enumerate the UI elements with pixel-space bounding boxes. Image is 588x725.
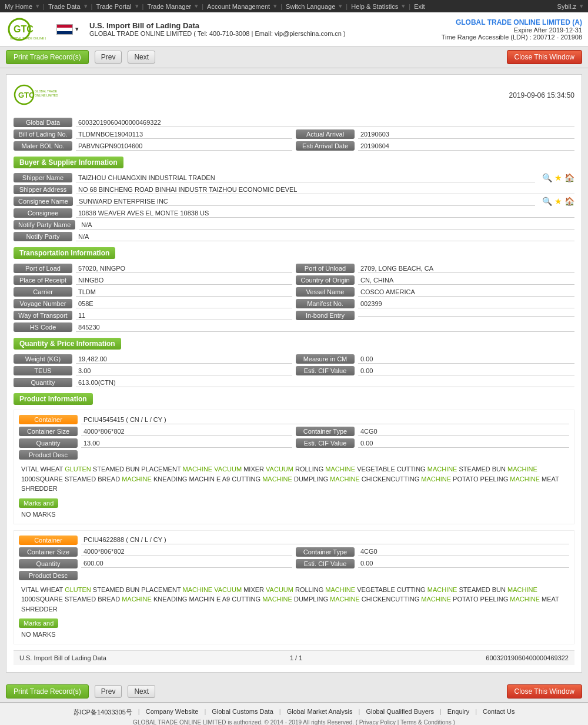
footer-market-analysis[interactable]: Global Market Analysis xyxy=(287,708,353,717)
nav-accountmgmt[interactable]: Account Management xyxy=(207,3,270,10)
shipper-name-row: Shipper Name TAIZHOU CHUANGXIN INDUSTRIA… xyxy=(14,173,574,182)
measure-label: Measure in CM xyxy=(296,354,355,364)
port-unload-value: 2709, LONG BEACH, CA xyxy=(358,264,574,273)
record-logo: GTC GLOBAL TRADE ONLINE LIMITED xyxy=(14,82,61,108)
footer-company-website[interactable]: Company Website xyxy=(146,708,199,717)
global-data-label: Global Data xyxy=(14,118,72,127)
page-footer: 苏ICP备14033305号 | Company Website | Globa… xyxy=(0,703,588,725)
vessel-name-value: COSCO AMERICA xyxy=(358,288,574,297)
inbond-label: In-bond Entry xyxy=(296,311,355,320)
container2-qty-label: Quantity xyxy=(19,559,78,568)
main-content: GTC GLOBAL TRADE ONLINE LIMITED 2019-09-… xyxy=(0,68,588,681)
consignee-name-row: Consignee Name SUNWARD ENTERPRISE INC 🔍 … xyxy=(14,197,574,206)
country-origin-value: CN, CHINA xyxy=(358,276,574,285)
shipper-home-icon[interactable]: 🏠 xyxy=(564,173,574,182)
c2-highlight3: VACUUM xyxy=(214,586,242,593)
footer-qualified-buyers[interactable]: Global Qualified Buyers xyxy=(366,708,434,717)
nav-switchlang[interactable]: Switch Language xyxy=(286,3,335,10)
voyage-row: Voyage Number 058E Manifest No. 002399 xyxy=(14,299,574,308)
consignee-name-label: Consignee Name xyxy=(14,197,73,206)
measure-value: 0.00 xyxy=(358,355,574,364)
footer-enquiry[interactable]: Enquiry xyxy=(447,708,469,717)
bol-label: Bill of Lading No. xyxy=(14,129,72,139)
prev-button-top[interactable]: Prev xyxy=(95,51,122,64)
consignee-star-icon[interactable]: ★ xyxy=(554,197,562,206)
container2-cif-label: Esti. CIF Value xyxy=(296,559,355,568)
footer-contact-us[interactable]: Contact Us xyxy=(483,708,514,717)
action-bar-bottom: Print Trade Record(s) Prev Next Close Th… xyxy=(0,681,588,703)
product-section-header: Product Information xyxy=(14,393,93,405)
manifest-label: Manifest No. xyxy=(296,299,355,308)
esti-arrival-label: Esti Arrival Date xyxy=(296,141,355,151)
bol-row: Bill of Lading No. TLDMNBOE19040113 Actu… xyxy=(14,129,574,139)
consignee-search-icon[interactable]: 🔍 xyxy=(542,197,552,206)
shipper-star-icon[interactable]: ★ xyxy=(554,173,562,182)
bol-value: TLDMNBOE19040113 xyxy=(76,130,292,139)
receipt-row: Place of Receipt NINGBO Country of Origi… xyxy=(14,275,574,285)
container2-qty-row: Quantity 600.00 Esti. CIF Value 0.00 xyxy=(19,559,569,568)
consignee-home-icon[interactable]: 🏠 xyxy=(564,197,574,206)
company-contact: GLOBAL TRADE ONLINE LIMITED ( Tel: 400-7… xyxy=(89,30,346,37)
container-1: Container PCIU4545415 ( CN / L / CY ) Co… xyxy=(14,410,574,524)
flag-area[interactable]: ▾ xyxy=(56,24,79,35)
c2-highlight1: GLUTEN xyxy=(65,586,91,593)
nav-exit[interactable]: Exit xyxy=(414,3,425,10)
shipper-name-label: Shipper Name xyxy=(14,173,72,182)
container1-marks-label: Marks and xyxy=(19,498,58,508)
hs-code-value: 845230 xyxy=(76,323,574,332)
nav-helpstats[interactable]: Help & Statistics xyxy=(351,3,398,10)
print-button-top[interactable]: Print Trade Record(s) xyxy=(6,50,89,64)
teus-value: 3.00 xyxy=(76,367,292,375)
prev-button-bottom[interactable]: Prev xyxy=(95,685,122,698)
receipt-value: NINGBO xyxy=(76,276,292,285)
footer-customs-data[interactable]: Global Customs Data xyxy=(212,708,273,717)
nav-trademanager[interactable]: Trade Manager xyxy=(147,3,191,10)
consignee-label: Consignee xyxy=(14,208,72,218)
svg-text:GLOBAL TRADE: GLOBAL TRADE xyxy=(35,89,58,93)
vessel-name-label: Vessel Name xyxy=(296,287,355,297)
receipt-label: Place of Receipt xyxy=(14,275,72,285)
svg-text:ONLINE LIMITED: ONLINE LIMITED xyxy=(35,94,58,97)
nav-tradedata[interactable]: Trade Data xyxy=(48,3,81,10)
carrier-value: TLDM xyxy=(76,288,292,297)
consignee-name-value: SUNWARD ENTERPRISE INC xyxy=(76,197,535,206)
expire-date: Expire After 2019-12-31 xyxy=(442,26,582,34)
close-button-top[interactable]: Close This Window xyxy=(507,50,582,64)
voyage-label: Voyage Number xyxy=(14,299,72,308)
shipper-address-value: NO 68 BINCHENG ROAD BINHAI INDUSTR TAIZH… xyxy=(76,185,574,194)
port-unload-label: Port of Unload xyxy=(296,264,355,273)
highlight6: MACHINE xyxy=(427,465,457,473)
highlight9: MACHINE xyxy=(262,475,292,483)
port-load-label: Port of Load xyxy=(14,264,72,273)
container2-qty-value: 600.00 xyxy=(81,559,292,568)
c2-highlight12: MACHINE xyxy=(510,596,540,603)
next-button-bottom[interactable]: Next xyxy=(128,685,155,698)
nav-myhome[interactable]: My Home xyxy=(5,3,32,10)
container2-desc-text: VITAL WHEAT GLUTEN STEAMED BUN PLACEMENT… xyxy=(19,583,569,617)
container1-no-row: Container PCIU4545415 ( CN / L / CY ) xyxy=(19,415,569,424)
nav-tradeportal[interactable]: Trade Portal xyxy=(96,3,131,10)
next-button-top[interactable]: Next xyxy=(128,51,155,64)
container2-cif-value: 0.00 xyxy=(358,559,569,568)
c2-highlight7: MACHINE xyxy=(507,586,537,593)
account-info: GLOBAL TRADE ONLINE LIMITED (A) Expire A… xyxy=(442,18,582,41)
port-load-row: Port of Load 57020, NINGPO Port of Unloa… xyxy=(14,264,574,273)
weight-label: Weight (KG) xyxy=(14,354,72,364)
c2-highlight9: MACHINE xyxy=(262,596,292,603)
close-button-bottom[interactable]: Close This Window xyxy=(507,684,582,699)
c2-highlight11: MACHINE xyxy=(421,596,451,603)
transport-way-row: Way of Transport 11 In-bond Entry xyxy=(14,311,574,320)
shipper-search-icon[interactable]: 🔍 xyxy=(542,173,552,182)
user-name: Sybil.z xyxy=(557,3,576,10)
container2-label: Container xyxy=(19,536,78,545)
highlight7: MACHINE xyxy=(507,465,537,473)
svg-text:GTC: GTC xyxy=(14,24,34,34)
highlight8: MACHINE xyxy=(122,475,152,483)
logo-area: GTC GLOBAL TRADE ONLINE LIMITED ▾ U.S. I… xyxy=(6,16,346,42)
container1-cif-label: Esti. CIF Value xyxy=(296,438,355,448)
icp-number: 苏ICP备14033305号 xyxy=(74,708,132,717)
way-transport-label: Way of Transport xyxy=(14,311,72,320)
container-2: Container PCIU4622888 ( CN / L / CY ) Co… xyxy=(14,530,574,645)
company-info: U.S. Import Bill of Lading Data GLOBAL T… xyxy=(89,21,346,37)
print-button-bottom[interactable]: Print Trade Record(s) xyxy=(6,684,89,699)
